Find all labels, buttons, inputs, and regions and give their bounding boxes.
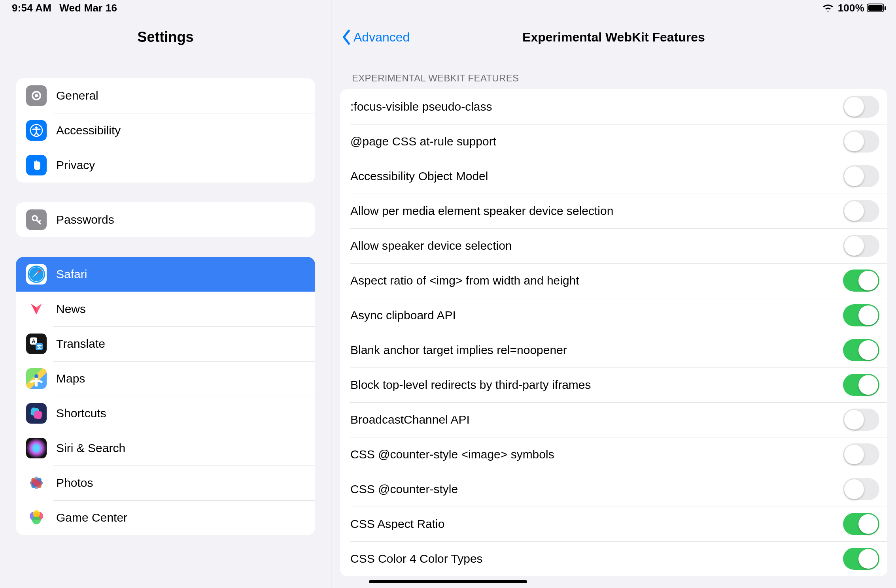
feature-toggle[interactable] bbox=[843, 130, 879, 153]
key-icon bbox=[26, 209, 47, 230]
sidebar-group: Passwords bbox=[16, 202, 315, 237]
feature-label: Blank anchor target implies rel=noopener bbox=[350, 343, 843, 357]
sidebar-item-general[interactable]: General bbox=[16, 78, 315, 113]
feature-row: Accessibility Object Model bbox=[340, 159, 887, 194]
back-label: Advanced bbox=[353, 30, 410, 45]
sidebar-item-label: Photos bbox=[56, 476, 93, 490]
sidebar-item-safari[interactable]: Safari bbox=[16, 257, 315, 292]
svg-text:A: A bbox=[32, 338, 36, 344]
feature-toggle[interactable] bbox=[843, 443, 879, 466]
sidebar-item-accessibility[interactable]: Accessibility bbox=[16, 113, 315, 148]
feature-row: Allow speaker device selection bbox=[340, 228, 887, 263]
toggle-knob bbox=[858, 514, 878, 534]
feature-row: CSS @counter-style bbox=[340, 472, 887, 507]
toggle-knob bbox=[858, 305, 878, 325]
sidebar-item-translate[interactable]: A文Translate bbox=[16, 326, 315, 361]
feature-toggle[interactable] bbox=[843, 548, 879, 570]
feature-row: Block top-level redirects by third-party… bbox=[340, 368, 887, 402]
section-header: EXPERIMENTAL WEBKIT FEATURES bbox=[340, 58, 887, 84]
feature-row: CSS Color 4 Color Types bbox=[340, 541, 887, 576]
feature-label: BroadcastChannel API bbox=[350, 413, 843, 426]
news-icon bbox=[26, 299, 47, 319]
toggle-knob bbox=[844, 97, 864, 117]
feature-label: Allow speaker device selection bbox=[350, 239, 843, 253]
sidebar-item-label: Accessibility bbox=[56, 124, 121, 137]
toggle-knob bbox=[844, 445, 864, 464]
feature-label: CSS Aspect Ratio bbox=[350, 517, 843, 531]
sidebar-item-news[interactable]: News bbox=[16, 292, 315, 326]
toggle-knob bbox=[844, 479, 864, 499]
feature-toggle[interactable] bbox=[843, 478, 879, 500]
feature-toggle[interactable] bbox=[843, 200, 879, 222]
feature-toggle[interactable] bbox=[843, 235, 879, 257]
feature-label: Allow per media element speaker device s… bbox=[350, 204, 843, 218]
feature-toggle[interactable] bbox=[843, 513, 879, 535]
feature-label: CSS Color 4 Color Types bbox=[350, 552, 843, 565]
back-button[interactable]: Advanced bbox=[341, 30, 410, 45]
sidebar-item-privacy[interactable]: Privacy bbox=[16, 148, 315, 183]
feature-label: @page CSS at-rule support bbox=[350, 135, 843, 148]
main-topbar: Advanced Experimental WebKit Features bbox=[331, 16, 896, 58]
feature-label: CSS @counter-style <image> symbols bbox=[350, 448, 843, 461]
svg-rect-14 bbox=[33, 410, 42, 419]
sidebar-item-label: Privacy bbox=[56, 158, 95, 172]
feature-toggle[interactable] bbox=[843, 339, 879, 361]
sidebar-item-siri[interactable]: Siri & Search bbox=[16, 431, 315, 466]
feature-toggle[interactable] bbox=[843, 165, 879, 187]
sidebar-group: GeneralAccessibilityPrivacy bbox=[16, 78, 315, 183]
feature-row: Allow per media element speaker device s… bbox=[340, 194, 887, 228]
sidebar-topbar: Settings bbox=[0, 16, 331, 58]
sidebar-item-photos[interactable]: Photos bbox=[16, 466, 315, 500]
feature-toggle[interactable] bbox=[843, 270, 879, 292]
photos-icon bbox=[26, 473, 47, 493]
sidebar-item-maps[interactable]: Maps bbox=[16, 361, 315, 396]
toggle-knob bbox=[844, 132, 864, 151]
sidebar-item-gamecenter[interactable]: Game Center bbox=[16, 500, 315, 535]
settings-sidebar: Settings GeneralAccessibilityPrivacyPass… bbox=[0, 0, 331, 588]
feature-label: CSS @counter-style bbox=[350, 482, 843, 496]
sidebar-item-label: Siri & Search bbox=[56, 441, 125, 455]
feature-toggle[interactable] bbox=[843, 96, 879, 118]
toggle-knob bbox=[844, 410, 864, 430]
feature-toggle[interactable] bbox=[843, 409, 879, 431]
maps-icon bbox=[26, 368, 47, 389]
gamecenter-icon bbox=[26, 507, 47, 528]
accessibility-icon bbox=[26, 120, 47, 141]
svg-point-12 bbox=[34, 374, 38, 378]
features-group: :focus-visible pseudo-class@page CSS at-… bbox=[340, 89, 887, 576]
feature-row: Aspect ratio of <img> from width and hei… bbox=[340, 263, 887, 298]
toggle-knob bbox=[858, 271, 878, 290]
main-panel: Advanced Experimental WebKit Features EX… bbox=[331, 0, 896, 588]
svg-point-3 bbox=[35, 126, 38, 129]
feature-label: Aspect ratio of <img> from width and hei… bbox=[350, 274, 843, 287]
sidebar-item-passwords[interactable]: Passwords bbox=[16, 202, 315, 237]
shortcuts-icon bbox=[26, 403, 47, 424]
page-title: Experimental WebKit Features bbox=[522, 30, 705, 45]
siri-icon bbox=[26, 438, 47, 458]
sidebar-item-label: Game Center bbox=[56, 511, 127, 524]
sidebar-group: SafariNewsA文TranslateMapsShortcutsSiri &… bbox=[16, 257, 315, 535]
toggle-knob bbox=[844, 236, 864, 256]
feature-toggle[interactable] bbox=[843, 304, 879, 326]
toggle-knob bbox=[858, 549, 878, 569]
sidebar-item-label: Maps bbox=[56, 372, 85, 385]
feature-row: BroadcastChannel API bbox=[340, 402, 887, 437]
feature-label: :focus-visible pseudo-class bbox=[350, 100, 843, 113]
feature-row: @page CSS at-rule support bbox=[340, 124, 887, 159]
sidebar-item-shortcuts[interactable]: Shortcuts bbox=[16, 396, 315, 431]
sidebar-item-label: Safari bbox=[56, 268, 87, 281]
safari-icon bbox=[26, 264, 47, 285]
toggle-knob bbox=[844, 201, 864, 221]
sidebar-title: Settings bbox=[137, 29, 193, 45]
gear-icon bbox=[26, 85, 47, 106]
svg-point-26 bbox=[33, 510, 40, 517]
sidebar-item-label: Shortcuts bbox=[56, 407, 106, 420]
toggle-knob bbox=[858, 375, 878, 395]
sidebar-item-label: News bbox=[56, 302, 86, 316]
hand-icon bbox=[26, 155, 47, 175]
sidebar-item-label: Passwords bbox=[56, 213, 114, 226]
translate-icon: A文 bbox=[26, 334, 47, 354]
feature-row: CSS @counter-style <image> symbols bbox=[340, 437, 887, 472]
home-indicator[interactable] bbox=[369, 580, 527, 583]
feature-toggle[interactable] bbox=[843, 374, 879, 396]
